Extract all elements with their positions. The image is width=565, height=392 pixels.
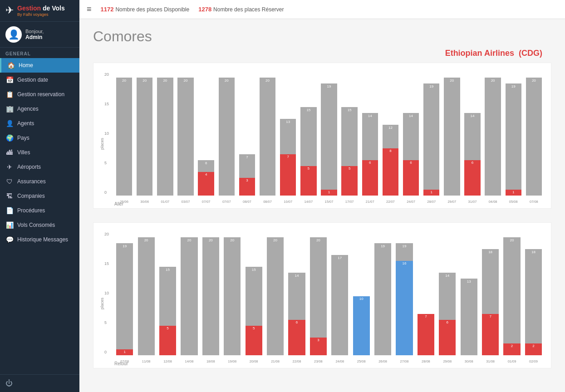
bar-group: 1330/08: [459, 232, 479, 355]
bg-bar: 202: [503, 237, 520, 355]
fg-bar-red: 3: [239, 178, 255, 196]
x-label: 17/07: [345, 200, 354, 204]
fg-bar-red: 5: [341, 166, 357, 196]
plane-icon: ✈: [5, 163, 14, 171]
bar-group: 14624/07: [401, 72, 421, 196]
x-label: 12/08: [163, 359, 172, 363]
x-label: 21/08: [271, 359, 280, 363]
bar-group: 2011/08: [136, 232, 156, 355]
fg-bar-red: 5: [300, 166, 316, 196]
bar-group: 2004/08: [483, 72, 503, 196]
app-subtitle: By Falhi voyages: [17, 12, 65, 17]
bar-group: 2018/08: [201, 232, 221, 355]
bg-bar: 20: [526, 78, 542, 196]
bar-group: 101025/08: [351, 232, 371, 355]
bg-bar: 1916: [396, 243, 413, 355]
bg-bar: 20: [177, 78, 193, 196]
x-label: 07/08: [530, 200, 538, 204]
fg-bar-red: 6: [464, 160, 480, 196]
x-label: 22/08: [293, 359, 301, 363]
bar-group: 6407/07: [197, 72, 216, 196]
bg-bar: 20: [202, 237, 219, 355]
x-label: 27/08: [400, 359, 409, 363]
app-title: Gestion de Vols: [17, 5, 65, 12]
company-icon: 🏗: [5, 192, 14, 200]
sidebar-item-procedures[interactable]: 📄 Procédures: [0, 203, 79, 218]
airline-name: Ethiopian Airlines: [445, 49, 514, 58]
available-label: Nombre des places Disponible: [115, 6, 189, 13]
sidebar-item-historique-messages[interactable]: 💬 Historique Messages: [0, 232, 79, 247]
x-label: 01/09: [508, 359, 516, 363]
power-icon[interactable]: ⏻: [5, 379, 13, 387]
bg-bar: 17: [331, 255, 348, 355]
nav-label-procedures: Procédures: [17, 207, 74, 214]
bar-group: 15520/08: [243, 232, 264, 355]
bar-group: 2007/08: [524, 72, 544, 196]
available-count: 1172: [101, 6, 114, 13]
bar-group: 191627/08: [394, 232, 414, 355]
bg-bar: 20: [137, 78, 152, 196]
page-title: Comores: [93, 28, 551, 45]
fg-bar-red: 5: [246, 326, 262, 355]
page-content: Comores Ethiopian Airlines (CDG) places …: [79, 19, 565, 392]
fg-bar-red: 6: [362, 160, 378, 196]
topbar: ≡ 1172 Nombre des places Disponible 1278…: [79, 0, 565, 19]
x-label: 31/08: [486, 359, 495, 363]
bg-bar: 20: [138, 237, 155, 355]
fg-bar-red: 2: [525, 343, 542, 355]
x-label: 10/07: [284, 200, 292, 204]
bar-group: 13710/07: [278, 72, 298, 196]
sidebar-item-vols-consomes[interactable]: 📊 Vols Consomés: [0, 218, 79, 232]
bar-group: 14631/07: [462, 72, 482, 196]
x-label: 28/07: [427, 200, 436, 204]
sidebar-item-aeroports[interactable]: ✈ Aéroports: [0, 160, 79, 174]
logo-icon: ✈: [5, 5, 14, 16]
fg-bar-red: 5: [159, 326, 176, 355]
bg-bar: 19: [374, 243, 391, 355]
bg-bar: 191: [506, 83, 521, 196]
bar-group: 2029/07: [442, 72, 462, 196]
menu-toggle[interactable]: ≡: [87, 5, 92, 14]
x-label: 05/08: [509, 200, 518, 204]
x-label: 14/07: [304, 200, 313, 204]
bg-bar: 128: [383, 125, 398, 196]
sidebar-item-home[interactable]: 🏠 Home: [0, 58, 79, 73]
bg-bar: 182: [525, 249, 542, 355]
bar-group: 2014/08: [179, 232, 199, 355]
x-label: 11/08: [142, 359, 151, 363]
x-label: 31/07: [468, 200, 477, 204]
bar-group: 2030/06: [135, 72, 154, 196]
x-label: 24/07: [407, 200, 415, 204]
bar-group: 19107/08: [114, 232, 135, 355]
nav-label-gestion-date: Gestion date: [17, 77, 74, 83]
x-label: 24/08: [335, 359, 344, 363]
bar-group: 1926/08: [373, 232, 393, 355]
sidebar-item-companies[interactable]: 🏗 Companies: [0, 189, 79, 203]
stat-available: 1172 Nombre des places Disponible: [101, 6, 190, 13]
fg-bar-red: 2: [503, 343, 520, 355]
y-axis-title-aller: places: [100, 138, 104, 150]
y-axis-title-retour: places: [100, 298, 104, 309]
bar-group: 15512/08: [157, 232, 178, 355]
x-label: 23/08: [314, 359, 323, 363]
x-label: 14/08: [185, 359, 194, 363]
sidebar-item-gestion-reservation[interactable]: 📋 Gestion reservation: [0, 87, 79, 102]
fg-bar-red: 7: [482, 314, 499, 355]
sidebar-item-assurances[interactable]: 🛡 Assurances: [0, 174, 79, 189]
bg-bar: 191: [116, 243, 133, 355]
fg-bar-red: 6: [403, 160, 419, 196]
direction-retour: Retour: [114, 361, 128, 366]
bg-bar: 146: [464, 113, 480, 196]
sidebar-item-agents[interactable]: 👤 Agents: [0, 116, 79, 131]
airline-label: Ethiopian Airlines (CDG): [93, 49, 551, 58]
bar-group: 19115/07: [319, 72, 339, 196]
sidebar-item-villes[interactable]: 🏙 Villes: [0, 145, 79, 160]
sidebar-item-pays[interactable]: 🌍 Pays: [0, 131, 79, 145]
bar-group: 14622/08: [286, 232, 307, 355]
bg-bar: 187: [482, 249, 499, 355]
sidebar-item-agences[interactable]: 🏢 Agences: [0, 102, 79, 116]
main-content: ≡ 1172 Nombre des places Disponible 1278…: [79, 0, 565, 392]
bg-bar: 137: [280, 119, 296, 196]
sidebar-item-gestion-date[interactable]: 📅 Gestion date: [0, 73, 79, 87]
fg-bar-red: 7: [280, 154, 296, 196]
